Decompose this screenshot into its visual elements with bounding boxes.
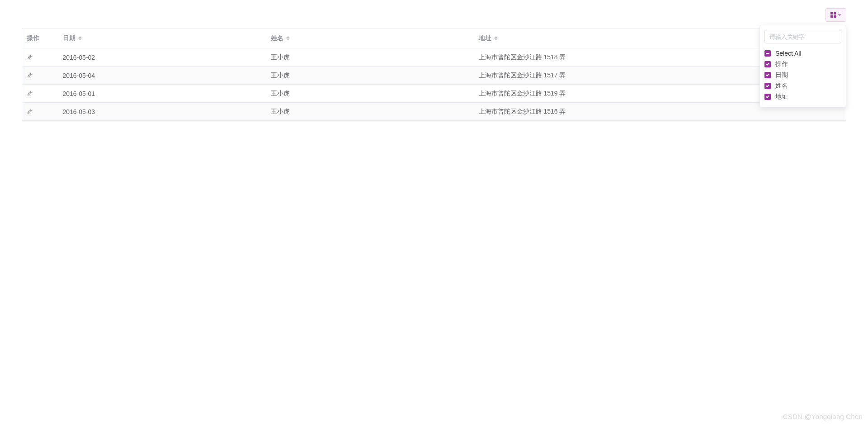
cell-name: 王小虎 [266,85,474,103]
column-option[interactable]: 操作 [764,59,841,70]
option-label: 操作 [775,60,788,68]
header-label: 地址 [479,34,491,43]
cell-name: 王小虎 [266,103,474,121]
column-option[interactable]: 日期 [764,70,841,81]
sort-icon[interactable] [286,36,290,40]
toolbar [22,8,846,22]
option-label: 日期 [775,71,788,79]
cell-date: 2016-05-01 [58,85,266,103]
table-row: ✎2016-05-02王小虎上海市普陀区金沙江路 1518 弄 [22,48,846,67]
cell-date: 2016-05-02 [58,48,266,67]
column-settings-popover: Select All 操作日期姓名地址 [760,25,846,107]
header-label: 操作 [27,34,39,43]
table-row: ✎2016-05-04王小虎上海市普陀区金沙江路 1517 弄 [22,67,846,85]
column-option[interactable]: 地址 [764,91,841,102]
sort-icon[interactable] [494,36,498,40]
column-option-list: Select All 操作日期姓名地址 [764,48,841,102]
checkbox-checked-icon [764,83,771,89]
data-table: 操作 日期 姓名 地址 [22,28,846,121]
header-label: 日期 [63,34,75,43]
header-label: 姓名 [271,34,283,43]
option-label: 地址 [775,93,788,101]
checkbox-checked-icon [764,61,771,67]
cell-date: 2016-05-03 [58,103,266,121]
column-option[interactable]: 姓名 [764,81,841,91]
table-row: ✎2016-05-03王小虎上海市普陀区金沙江路 1516 弄 [22,103,846,121]
chevron-down-icon [838,14,841,16]
checkbox-indeterminate-icon [764,50,771,57]
cell-date: 2016-05-04 [58,67,266,85]
cell-name: 王小虎 [266,67,474,85]
checkbox-checked-icon [764,72,771,78]
edit-icon[interactable]: ✎ [27,108,32,115]
sort-icon[interactable] [78,36,82,40]
cell-name: 王小虎 [266,48,474,67]
select-all-option[interactable]: Select All [764,48,841,59]
column-settings-button[interactable] [826,8,846,22]
edit-icon[interactable]: ✎ [27,54,32,61]
option-label: 姓名 [775,82,788,90]
table-row: ✎2016-05-01王小虎上海市普陀区金沙江路 1519 弄 [22,85,846,103]
column-header-date[interactable]: 日期 [58,29,266,48]
grid-icon [830,12,836,18]
edit-icon[interactable]: ✎ [27,72,32,79]
column-header-action: 操作 [22,29,58,48]
option-label: Select All [775,50,802,57]
column-header-name[interactable]: 姓名 [266,29,474,48]
column-search-input[interactable] [764,30,841,43]
edit-icon[interactable]: ✎ [27,90,32,97]
checkbox-checked-icon [764,94,771,100]
